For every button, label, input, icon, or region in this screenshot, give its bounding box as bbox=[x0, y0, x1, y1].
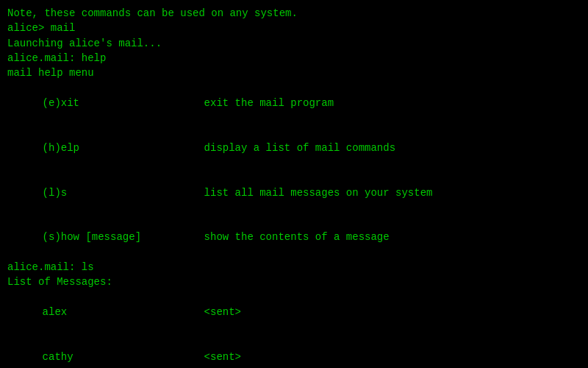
help-cmd: (h)elp bbox=[43, 141, 204, 155]
mail-cmd-line: alice> mail bbox=[7, 21, 581, 35]
exit-cmd-line: (e)xitexit the mail program bbox=[7, 80, 581, 125]
show-desc: show the contents of a message bbox=[204, 230, 390, 244]
terminal: Note, these commands can be used on any … bbox=[0, 0, 588, 368]
show-cmd: (s)how [message] bbox=[43, 230, 204, 244]
cathy-tag: <sent> bbox=[204, 351, 241, 363]
alex-tag: <sent> bbox=[204, 306, 241, 318]
alex-msg-line: alex<sent> bbox=[7, 290, 581, 335]
list-header-line: List of Messages: bbox=[7, 275, 581, 289]
cathy-msg-line: cathy<sent> bbox=[7, 335, 581, 368]
help-prompt-line: alice.mail: help bbox=[7, 51, 581, 66]
list-cmd: (l)s bbox=[43, 185, 204, 200]
list-desc: list all mail messages on your system bbox=[204, 185, 433, 200]
show-cmd-line: (s)how [message]show the contents of a m… bbox=[7, 215, 581, 260]
launching-line: Launching alice's mail... bbox=[7, 36, 581, 51]
help-cmd-line: (h)elpdisplay a list of mail commands bbox=[7, 125, 581, 170]
exit-desc: exit the mail program bbox=[204, 96, 334, 110]
help-menu-line: mail help menu bbox=[7, 66, 581, 80]
note-line: Note, these commands can be used on any … bbox=[7, 6, 581, 21]
alex-name: alex bbox=[43, 305, 204, 319]
ls-prompt-line: alice.mail: ls bbox=[7, 260, 581, 275]
help-desc: display a list of mail commands bbox=[204, 141, 395, 155]
cathy-name: cathy bbox=[43, 350, 204, 364]
list-cmd-line: (l)slist all mail messages on your syste… bbox=[7, 170, 581, 215]
exit-cmd: (e)xit bbox=[43, 96, 204, 110]
